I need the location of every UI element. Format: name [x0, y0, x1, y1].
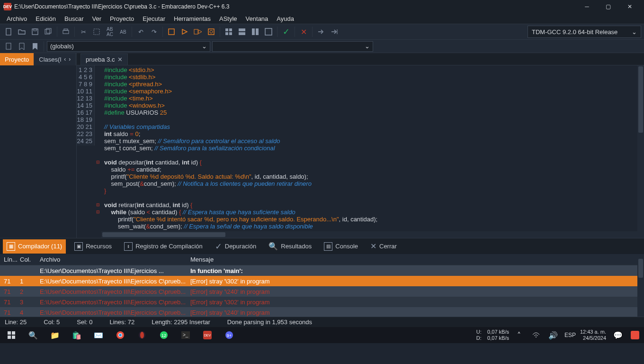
select-icon[interactable]	[91, 26, 102, 37]
tab-proyecto[interactable]: Proyecto	[0, 53, 34, 65]
col-line[interactable]: Lín...	[0, 256, 20, 263]
tab-cerrar[interactable]: ✕ Cerrar	[367, 239, 401, 254]
notifications-icon[interactable]: 💬	[611, 328, 625, 342]
undo-icon[interactable]: ↶	[135, 26, 146, 37]
opera-icon[interactable]	[133, 328, 152, 342]
symbols-select[interactable]: ⌄	[212, 41, 373, 52]
compiler-select[interactable]: TDM-GCC 9.2.0 64-bit Release ⌄	[528, 26, 641, 38]
terminal-icon[interactable]: >_	[176, 328, 195, 342]
tray-app-icon[interactable]	[628, 328, 642, 342]
scrollbar-thumb[interactable]	[102, 232, 225, 237]
layout-v-icon[interactable]	[250, 26, 261, 37]
file-tab[interactable]: prueba 3.c ✕	[80, 54, 128, 65]
code-body[interactable]: #include <stdio.h> #include <stdlib.h> #…	[101, 65, 637, 238]
debug-check-icon[interactable]: ✓	[280, 26, 292, 37]
explorer-icon[interactable]: 📁	[45, 328, 64, 342]
new-file-icon[interactable]	[3, 26, 14, 37]
tab-recursos[interactable]: ▣ Recursos	[71, 239, 116, 254]
clock[interactable]: 12:43 a. m.24/5/2024	[580, 329, 606, 341]
debug-step-icon[interactable]	[315, 26, 327, 37]
whatsapp-icon[interactable]: 12	[154, 328, 173, 342]
globals-select[interactable]: (globals) ⌄	[47, 41, 210, 52]
bookmark-icon[interactable]	[16, 41, 27, 52]
col-file[interactable]: Archivo	[40, 256, 190, 263]
tab-clases[interactable]: Clases(l ‹ ›	[34, 53, 76, 65]
lang-indicator[interactable]: ESP	[563, 328, 577, 342]
find-icon[interactable]: AB	[117, 26, 129, 37]
menu-ayuda[interactable]: Ayuda	[273, 14, 298, 23]
error-row[interactable]: 713E:\User\Documentos\Trayecto III\Ejerc…	[0, 297, 644, 307]
cut-icon[interactable]: ✂	[78, 26, 89, 37]
compile-icon[interactable]	[166, 26, 177, 37]
status-lines: Lines: 72	[109, 318, 134, 326]
error-row[interactable]: 712E:\User\Documentos\Trayecto III\Ejerc…	[0, 286, 644, 297]
scrollbar-thumb[interactable]	[638, 66, 643, 133]
menu-ventana[interactable]: Ventana	[242, 14, 272, 23]
scrollbar-thumb[interactable]	[638, 259, 643, 278]
menu-ejecutar[interactable]: Ejecutar	[139, 14, 169, 23]
print-icon[interactable]	[60, 26, 72, 37]
find-replace-icon[interactable]: ABAC	[104, 26, 116, 37]
error-row[interactable]: 714E:\User\Documentos\Trayecto III\Ejerc…	[0, 307, 644, 317]
menu-herramientas[interactable]: Herramientas	[170, 14, 215, 23]
wifi-icon[interactable]	[529, 328, 543, 342]
col-col[interactable]: Col.	[20, 256, 40, 263]
tab-compilador[interactable]: ▦ Compilador (11)	[3, 239, 66, 254]
code-editor[interactable]: 1 2 3 4 5 6 7 8 9 10 11 12 13 14 15 16 1…	[77, 65, 644, 238]
save-all-icon[interactable]	[43, 26, 54, 37]
start-icon[interactable]	[2, 328, 21, 342]
editor-scrollbar-v[interactable]	[637, 65, 644, 238]
grid-icon[interactable]	[223, 26, 234, 37]
save-icon[interactable]	[29, 26, 41, 37]
close-button[interactable]: ✕	[619, 0, 640, 13]
mail-icon[interactable]: ✉️	[89, 328, 108, 342]
debug-stop-icon[interactable]: ✕	[298, 26, 309, 37]
rebuild-icon[interactable]	[206, 26, 217, 37]
tab-registro[interactable]: ⫾ Registro de Compilación	[120, 239, 206, 254]
tray-chevron-icon[interactable]: ˄	[512, 328, 526, 342]
main-toolbar: ✂ ABAC AB ↶ ↷ ✓ ✕ TDM-GCC 9.2.0 64-bit R…	[0, 24, 644, 40]
col-msg[interactable]: Mensaje	[190, 256, 644, 263]
chevron-down-icon: ⌄	[365, 43, 370, 50]
chrome-icon[interactable]	[111, 328, 130, 342]
close-tab-icon[interactable]: ✕	[117, 56, 123, 63]
error-row[interactable]: 711E:\User\Documentos\Trayecto III\Ejerc…	[0, 276, 644, 286]
svg-rect-9	[194, 29, 198, 34]
error-scrollbar-v[interactable]	[637, 254, 644, 317]
menu-astyle[interactable]: AStyle	[215, 14, 241, 23]
svg-rect-23	[8, 331, 11, 335]
bookmark-fill-icon[interactable]	[29, 41, 41, 52]
store-icon[interactable]: 🛍️	[67, 328, 86, 342]
status-sel: Sel: 0	[77, 318, 92, 326]
tab-resultados[interactable]: 🔍 Resultados	[265, 239, 315, 254]
fold-gutter[interactable]: ⊟⊟⊟	[95, 65, 101, 238]
minimize-button[interactable]: ─	[576, 0, 598, 13]
layout-single-icon[interactable]	[263, 26, 274, 37]
menu-ver[interactable]: Ver	[88, 14, 105, 23]
editor-scrollbar-h[interactable]	[101, 231, 637, 238]
menu-edicion[interactable]: Edición	[32, 14, 60, 23]
svg-rect-10	[208, 29, 214, 35]
compile-run-icon[interactable]	[192, 26, 204, 37]
tab-console[interactable]: ▤ Console	[320, 239, 362, 254]
menu-proyecto[interactable]: Proyecto	[106, 14, 138, 23]
open-file-icon[interactable]	[16, 26, 27, 37]
chevron-left-icon[interactable]: ‹	[64, 56, 66, 63]
chevron-right-icon[interactable]: ›	[69, 56, 71, 63]
redo-icon[interactable]: ↷	[148, 26, 160, 37]
svg-rect-8	[169, 29, 174, 35]
bookmark-add-icon[interactable]	[3, 41, 14, 52]
app-icon[interactable]: 9+	[220, 328, 239, 342]
debug-step2-icon[interactable]	[329, 26, 340, 37]
svg-text:12: 12	[161, 333, 166, 338]
maximize-button[interactable]: ▢	[598, 0, 619, 13]
error-row[interactable]: E:\User\Documentos\Trayecto III\Ejercici…	[0, 265, 644, 276]
search-icon[interactable]: 🔍	[24, 328, 43, 342]
tab-depuracion[interactable]: ✓ Depuración	[211, 239, 260, 254]
run-icon[interactable]	[179, 26, 190, 37]
volume-icon[interactable]: 🔊	[546, 328, 560, 342]
menu-archivo[interactable]: Archivo	[3, 14, 31, 23]
layout-h-icon[interactable]	[236, 26, 248, 37]
devcpp-icon[interactable]: DEV	[198, 328, 217, 342]
menu-buscar[interactable]: Buscar	[61, 14, 87, 23]
